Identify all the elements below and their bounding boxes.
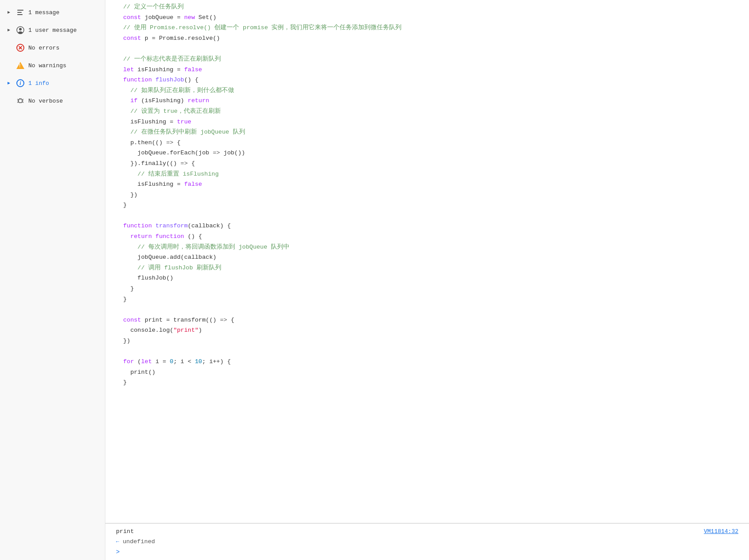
code-line: print() — [105, 367, 749, 378]
output-undefined-label: undefined — [123, 538, 155, 545]
code-line: p.then(() => { — [105, 138, 749, 148]
sidebar-item-warnings[interactable]: No warnings — [0, 57, 105, 74]
svg-line-7 — [17, 99, 19, 100]
chevron-right-icon — [5, 9, 12, 16]
code-line: // 如果队列正在刷新，则什么都不做 — [105, 85, 749, 96]
svg-line-12 — [22, 102, 23, 103]
code-line: // 结束后重置 isFlushing — [105, 169, 749, 180]
code-text: Set() — [198, 13, 216, 23]
code-comment: // 设置为 true，代表正在刷新 — [116, 107, 221, 116]
verbose-icon — [16, 96, 25, 105]
code-line: // 调用 flushJob 刷新队列 — [105, 263, 749, 273]
code-line — [105, 346, 749, 357]
code-text: console.log( — [116, 326, 174, 335]
code-text: print = transform(() — [145, 315, 220, 325]
sidebar: 1 message 1 user message No errors — [0, 0, 105, 560]
code-arrow: => — [213, 148, 220, 158]
code-keyword: const — [116, 34, 145, 43]
code-line: // 一个标志代表是否正在刷新队列 — [105, 54, 749, 65]
code-line: // 定义一个任务队列 — [105, 2, 749, 12]
sidebar-item-verbose[interactable]: No verbose — [0, 92, 105, 110]
code-text: }) — [116, 190, 138, 200]
code-keyword: if — [116, 96, 141, 106]
code-line: }) — [105, 336, 749, 346]
error-icon — [16, 43, 25, 52]
code-keyword: let — [116, 65, 138, 75]
code-comment: // 一个标志代表是否正在刷新队列 — [116, 54, 221, 64]
code-line — [105, 304, 749, 315]
sidebar-item-messages[interactable]: 1 message — [0, 4, 105, 21]
code-comment: // 每次调用时，将回调函数添加到 jobQueue 队列中 — [116, 242, 290, 252]
svg-marker-5 — [8, 82, 10, 84]
code-line: // 在微任务队列中刷新 jobQueue 队列 — [105, 127, 749, 138]
code-text: } — [116, 378, 127, 387]
code-arrow: => — [181, 159, 188, 169]
code-text: { — [188, 159, 195, 169]
list-icon — [16, 8, 25, 17]
code-line: }) — [105, 190, 749, 200]
code-arrow: => — [166, 138, 173, 148]
code-line: function transform(callback) { — [105, 221, 749, 231]
code-line: // 每次调用时，将回调函数添加到 jobQueue 队列中 — [105, 242, 749, 253]
code-text: jobQueue.forEach(job — [116, 148, 213, 158]
sidebar-item-messages-label: 1 message — [28, 9, 59, 16]
code-line: console.log("print") — [105, 325, 749, 336]
code-line — [105, 211, 749, 221]
code-line: function flushJob() { — [105, 75, 749, 85]
code-string: "print" — [174, 326, 199, 335]
sidebar-item-user-messages[interactable]: 1 user message — [0, 21, 105, 39]
console-input[interactable] — [121, 549, 738, 556]
code-keyword: function — [116, 221, 155, 231]
sidebar-item-user-messages-label: 1 user message — [28, 27, 77, 34]
svg-point-4 — [18, 31, 23, 34]
code-comment: // 调用 flushJob 刷新队列 — [116, 263, 221, 273]
code-text: }).finally(() — [116, 159, 181, 169]
vm-link[interactable]: VM11814:32 — [704, 528, 738, 535]
code-text: () { — [184, 75, 198, 85]
code-line: if (isFlushing) return — [105, 96, 749, 106]
code-text: flushJob() — [116, 273, 174, 283]
code-keyword: const — [116, 315, 145, 325]
code-text: { — [174, 138, 181, 148]
code-text: (callback) { — [188, 221, 231, 231]
code-keyword: true — [177, 117, 191, 127]
sidebar-item-verbose-label: No verbose — [28, 98, 63, 104]
code-line: isFlushing = false — [105, 179, 749, 190]
code-line: } — [105, 284, 749, 294]
code-keyword: for — [116, 357, 138, 367]
code-line: const print = transform(() => { — [105, 315, 749, 326]
code-line: // 使用 Promise.resolve() 创建一个 promise 实例，… — [105, 23, 749, 33]
output-print-label: print — [116, 528, 134, 535]
user-icon — [16, 26, 25, 35]
code-text: } — [116, 295, 127, 304]
console-prompt[interactable]: > — [116, 547, 738, 557]
chevron-right-icon — [5, 80, 12, 87]
sidebar-item-warnings-label: No warnings — [28, 62, 66, 69]
code-text: isFlushing = — [138, 65, 184, 75]
code-keyword: return — [188, 96, 209, 106]
code-line: return function () { — [105, 231, 749, 242]
code-text: isFlushing = — [116, 117, 177, 127]
main-panel: // 定义一个任务队列 const jobQueue = new Set() /… — [105, 0, 749, 560]
sidebar-item-errors[interactable]: No errors — [0, 39, 105, 57]
code-text: { — [227, 315, 234, 325]
code-line: } — [105, 200, 749, 211]
code-panel: // 定义一个任务队列 const jobQueue = new Set() /… — [105, 0, 749, 523]
code-line: } — [105, 377, 749, 388]
chevron-left-icon: ← — [116, 539, 119, 545]
code-line: jobQueue.add(callback) — [105, 252, 749, 263]
code-text: (isFlushing) — [141, 96, 188, 106]
code-line: }).finally(() => { — [105, 158, 749, 169]
code-number: 0 — [170, 357, 174, 367]
output-section: print VM11814:32 ← undefined > — [105, 523, 749, 560]
svg-line-11 — [17, 102, 19, 103]
code-line — [105, 43, 749, 54]
code-text: ; i < — [174, 357, 195, 367]
code-text: job()) — [220, 148, 245, 158]
code-keyword: let — [141, 357, 155, 367]
code-comment: // 定义一个任务队列 — [116, 2, 184, 12]
info-icon: i — [16, 79, 25, 88]
svg-marker-0 — [8, 11, 10, 14]
sidebar-item-info[interactable]: i 1 info — [0, 74, 105, 92]
code-line: const jobQueue = new Set() — [105, 12, 749, 23]
